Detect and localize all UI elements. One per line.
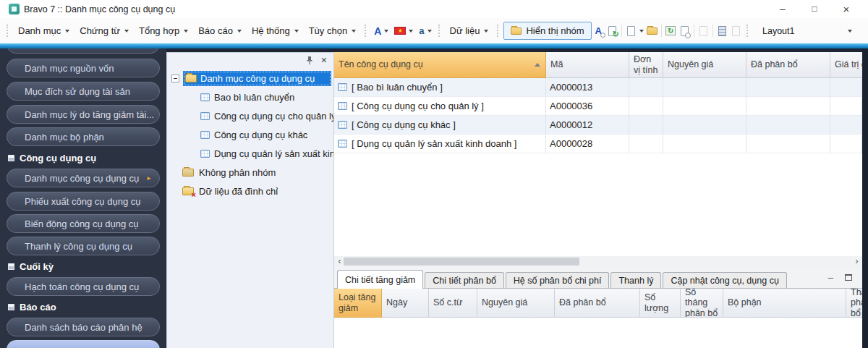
calculator-button[interactable] [715,25,729,38]
column-header-so-luong[interactable]: Số lượng [640,289,681,318]
log-button[interactable] [729,25,743,38]
preview-refresh-button[interactable] [605,25,619,38]
scrollbar-thumb[interactable] [344,258,579,266]
sidebar-group-cuoi-ky[interactable]: Cuối kỳ [7,258,160,274]
sidebar-item-bien-dong[interactable]: Biến động công cụ dụng cụ [7,214,160,233]
chevron-down-icon [294,30,299,33]
sidebar-item-danh-sach-bao-cao[interactable]: Danh sách báo cáo phân hệ [7,318,160,336]
show-group-toggle-button[interactable]: Hiển thị nhóm [503,22,591,40]
table-row[interactable]: [ Dụng cụ quản lý sản xuất kinh doanh ] … [334,135,862,153]
tab-he-so-phan-bo[interactable]: Hệ số phân bổ chi phí [506,272,610,288]
tree-item-ccdc-khac[interactable]: Công cụ dụng cụ khác [167,125,333,144]
tree-item-bao-bi[interactable]: Bao bì luân chuyển [167,88,333,106]
tree-root-row[interactable]: Danh mục công cụ dụng cụ [167,69,333,88]
horizontal-scrollbar[interactable]: ‹ › [334,256,862,267]
sidebar-item-clipped-bottom[interactable] [7,340,160,348]
table-row[interactable]: [ Công cụ dụng cụ cho quản lý ] A0000036 [334,97,862,116]
refresh-icon: ↻ [665,26,676,35]
menu-tong-hop[interactable]: Tổng hợp [134,22,193,40]
column-header-da-phan-bo[interactable]: Đã phân bổ [555,289,640,318]
sidebar-item-hach-toan[interactable]: Hạch toán công cụ dụng cụ [7,277,160,296]
close-panel-button[interactable]: × [321,54,327,67]
vietnam-flag-icon: ★ [394,27,406,35]
window-title: Bravo 7 :: Danh mục công cụ dụng cụ [24,4,175,14]
column-header-thang-phan-bo[interactable]: Tháng phân bổ [846,289,862,318]
sidebar-item-thanh-ly[interactable]: Thanh lý công cụ dụng cụ [7,237,160,255]
menu-chung-tu[interactable]: Chứng từ [75,22,134,40]
tree-item-ccdc-quan-ly[interactable]: Công cụ dụng cụ cho quản lý [167,106,333,125]
sidebar-group-bao-cao[interactable]: Báo cáo [7,299,160,315]
font-color-button[interactable]: A [371,22,391,40]
menu-danh-muc[interactable]: Danh mục [13,22,75,40]
tree-item-du-lieu-dinh-chi[interactable]: Dữ liệu đã đình chỉ [167,182,333,200]
chevron-down-icon [409,30,413,33]
sidebar-item-phieu-xuat[interactable]: Phiếu xuất công cụ dụng cụ [7,192,160,211]
window-minimize-button[interactable]: – [767,0,799,18]
chevron-down-icon [484,30,488,33]
sort-ascending-icon [535,63,540,67]
sidebar-item-nguon-von[interactable]: Danh mục nguồn vốn [7,59,160,77]
table-row[interactable]: [ Bao bì luân chuyển ] A0000013 [334,78,862,97]
document-icon [681,26,689,36]
refresh-data-button[interactable]: ↻ [664,25,678,38]
tab-chi-tiet-tang-giam[interactable]: Chi tiết tăng giảm [337,270,423,289]
toolbar-grip[interactable] [746,25,749,37]
scroll-right-icon[interactable]: › [851,256,862,267]
sidebar-item-danh-muc-ccdc[interactable]: Danh mục công cụ dụng cụ► [7,169,160,187]
toolbar-grip[interactable] [497,25,500,37]
sidebar-group-cong-cu[interactable]: Công cụ dụng cụ [7,150,160,166]
open-folder-icon [185,75,197,82]
schedule-button[interactable] [678,25,692,38]
column-header-da-phan-bo[interactable]: Đã phân bổ [746,52,830,78]
menu-tuy-chon[interactable]: Tùy chọn [304,22,361,40]
copy-button[interactable] [697,25,710,38]
column-header-ten-ccdc[interactable]: Tên công cụ dụng cụ [334,52,546,78]
language-flag-button[interactable]: ★ [391,22,416,40]
column-header-so-ctu[interactable]: Số c.từ [429,289,477,318]
toolbar-grip[interactable] [365,25,367,37]
column-header-don-vi-tinh[interactable]: Đơn vị tính [629,52,663,78]
tree-selection: Danh mục công cụ dụng cụ [183,71,331,86]
column-header-nguyen-gia[interactable]: Nguyên giá [663,52,746,78]
tab-cap-nhat-ccdc[interactable]: Cập nhật công cụ, dụng cụ [663,272,786,288]
tab-chi-tiet-phan-bo[interactable]: Chi tiết phân bổ [425,272,504,288]
pin-panel-button[interactable] [306,56,313,65]
column-header-loai-tang-giam[interactable]: Loại tăng giảm [334,289,382,318]
window-close-button[interactable]: × [830,0,862,18]
column-header-gia-tri-con-lai[interactable]: Giá trị còn lại [830,52,862,78]
toolbar-grip[interactable] [7,25,9,37]
translate-button[interactable]: a [416,22,434,40]
column-header-nguyen-gia[interactable]: Nguyên giá [477,289,555,318]
tab-thanh-ly[interactable]: Thanh lý [610,272,661,288]
table-icon [200,131,210,139]
column-header-so-thang-phan-bo[interactable]: Số tháng phân bổ [681,289,723,318]
sidebar-item-bo-phan[interactable]: Danh mục bộ phận [7,127,160,146]
new-document-button[interactable] [624,25,638,38]
toolbar-grip[interactable] [438,25,441,37]
chevron-down-icon [848,30,852,33]
panel-maximize-button[interactable] [845,274,852,281]
group-tree-panel: × Danh mục công cụ dụng cụ Bao bì luân c… [166,52,334,348]
column-header-ngay[interactable]: Ngày [382,289,429,318]
find-button[interactable]: A [592,25,605,38]
menu-he-thong[interactable]: Hệ thống [247,22,304,40]
open-button[interactable] [645,25,659,38]
collapse-icon[interactable] [171,75,179,82]
sidebar-item-clipped-top[interactable] [7,48,160,54]
chevron-down-icon [237,30,242,33]
column-header-bo-phan[interactable]: Bộ phận [723,289,846,318]
panel-minimize-button[interactable]: – [828,272,833,283]
menu-bao-cao[interactable]: Báo cáo [193,22,247,40]
column-header-ma[interactable]: Mã [546,52,629,78]
sidebar-item-ly-do[interactable]: Danh mục lý do tăng giảm tài... [7,105,160,124]
table-icon [338,121,347,129]
table-row[interactable]: [ Công cụ dụng cụ khác ] A0000012 [334,116,862,135]
menu-du-lieu[interactable]: Dữ liệu [445,22,494,40]
tree-item-dung-cu-sx[interactable]: Dụng cụ quản lý sản xuất kinh [167,144,333,163]
tree-item-khong-phan-nhom[interactable]: Không phân nhóm [167,163,333,182]
detail-grid-header: Loại tăng giảm Ngày Số c.từ Nguyên giá Đ… [334,289,862,318]
chevron-down-icon[interactable] [639,30,644,33]
window-maximize-button[interactable]: □ [799,0,830,18]
layout-select[interactable]: Layout1 [757,26,858,36]
sidebar-item-muc-dich[interactable]: Mục đích sử dụng tài sản [7,82,160,101]
